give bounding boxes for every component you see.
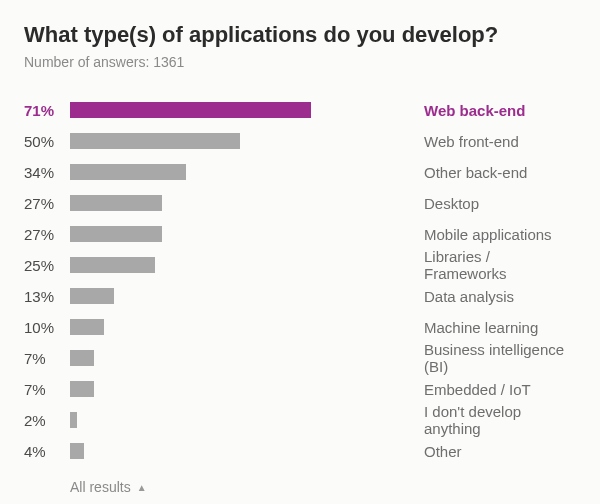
chart-row: 25%Libraries / Frameworks bbox=[24, 255, 576, 275]
bar-fill bbox=[70, 381, 94, 397]
percent-value: 7% bbox=[24, 381, 70, 398]
bar-track bbox=[70, 350, 410, 366]
chart-row: 7%Embedded / IoT bbox=[24, 379, 576, 399]
category-label: Business intelligence (BI) bbox=[410, 341, 576, 375]
bar-chart: 71%Web back-end50%Web front-end34%Other … bbox=[24, 100, 576, 461]
category-label: Data analysis bbox=[410, 288, 576, 305]
all-results-label: All results bbox=[70, 479, 131, 495]
bar-fill bbox=[70, 257, 155, 273]
category-label: Other back-end bbox=[410, 164, 576, 181]
bar-track bbox=[70, 288, 410, 304]
chart-row: 4%Other bbox=[24, 441, 576, 461]
chart-row: 34%Other back-end bbox=[24, 162, 576, 182]
category-label: Embedded / IoT bbox=[410, 381, 576, 398]
bar-fill bbox=[70, 102, 311, 118]
bar-track bbox=[70, 443, 410, 459]
bar-fill bbox=[70, 226, 162, 242]
bar-track bbox=[70, 412, 410, 428]
bar-track bbox=[70, 226, 410, 242]
category-label: Desktop bbox=[410, 195, 576, 212]
percent-value: 2% bbox=[24, 412, 70, 429]
chart-row: 71%Web back-end bbox=[24, 100, 576, 120]
bar-fill bbox=[70, 319, 104, 335]
percent-value: 7% bbox=[24, 350, 70, 367]
bar-track bbox=[70, 195, 410, 211]
category-label: Web front-end bbox=[410, 133, 576, 150]
chart-subtitle: Number of answers: 1361 bbox=[24, 54, 576, 70]
percent-value: 13% bbox=[24, 288, 70, 305]
bar-fill bbox=[70, 164, 186, 180]
percent-value: 34% bbox=[24, 164, 70, 181]
category-label: Mobile applications bbox=[410, 226, 576, 243]
category-label: I don't develop anything bbox=[410, 403, 576, 437]
percent-value: 27% bbox=[24, 195, 70, 212]
chart-row: 2%I don't develop anything bbox=[24, 410, 576, 430]
bar-track bbox=[70, 164, 410, 180]
bar-track bbox=[70, 133, 410, 149]
percent-value: 25% bbox=[24, 257, 70, 274]
chart-row: 27%Desktop bbox=[24, 193, 576, 213]
category-label: Machine learning bbox=[410, 319, 576, 336]
bar-track bbox=[70, 257, 410, 273]
chart-row: 50%Web front-end bbox=[24, 131, 576, 151]
percent-value: 27% bbox=[24, 226, 70, 243]
bar-track bbox=[70, 381, 410, 397]
bar-fill bbox=[70, 350, 94, 366]
bar-fill bbox=[70, 288, 114, 304]
percent-value: 4% bbox=[24, 443, 70, 460]
percent-value: 71% bbox=[24, 102, 70, 119]
category-label: Web back-end bbox=[410, 102, 576, 119]
chart-row: 7%Business intelligence (BI) bbox=[24, 348, 576, 368]
chart-row: 10%Machine learning bbox=[24, 317, 576, 337]
percent-value: 50% bbox=[24, 133, 70, 150]
chart-row: 27%Mobile applications bbox=[24, 224, 576, 244]
bar-fill bbox=[70, 133, 240, 149]
percent-value: 10% bbox=[24, 319, 70, 336]
bar-track bbox=[70, 102, 410, 118]
bar-track bbox=[70, 319, 410, 335]
collapse-up-icon: ▲ bbox=[137, 482, 147, 493]
all-results-toggle[interactable]: All results ▲ bbox=[24, 479, 576, 495]
category-label: Libraries / Frameworks bbox=[410, 248, 576, 282]
chart-title: What type(s) of applications do you deve… bbox=[24, 22, 576, 48]
chart-row: 13%Data analysis bbox=[24, 286, 576, 306]
bar-fill bbox=[70, 412, 77, 428]
bar-fill bbox=[70, 195, 162, 211]
bar-fill bbox=[70, 443, 84, 459]
category-label: Other bbox=[410, 443, 576, 460]
